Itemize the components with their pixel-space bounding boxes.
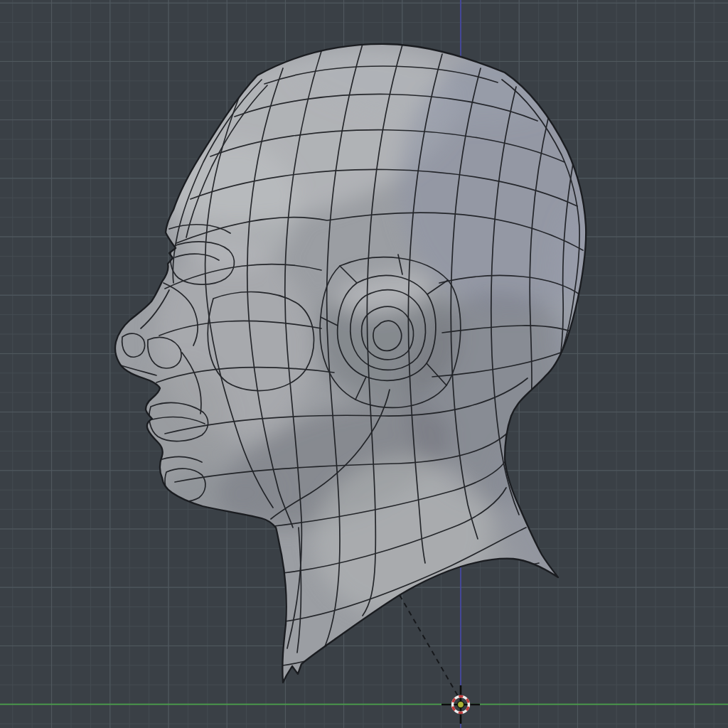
blender-3d-viewport[interactable] xyxy=(0,0,728,728)
viewport-canvas[interactable] xyxy=(0,0,728,728)
cursor-center-dot xyxy=(457,701,464,707)
